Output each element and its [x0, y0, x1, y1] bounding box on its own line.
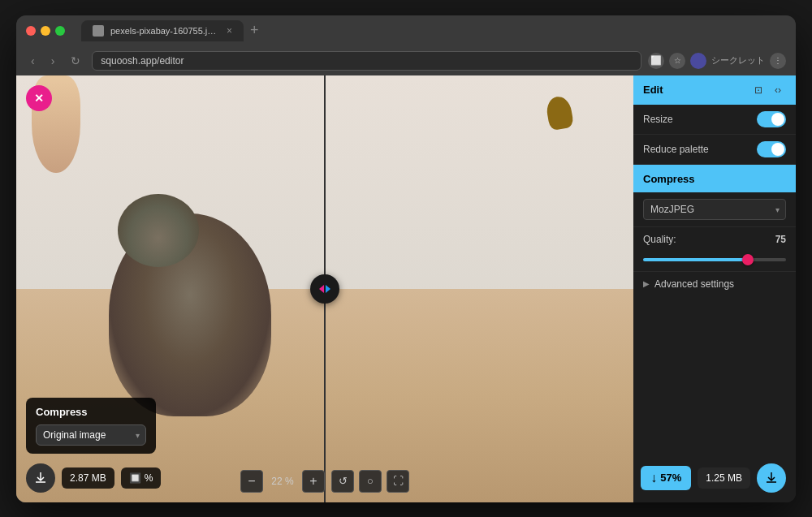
reduction-arrow-icon: ↓ [650, 471, 657, 485]
resize-toggle[interactable] [757, 111, 786, 127]
menu-icon[interactable]: ⋮ [770, 53, 786, 69]
right-panel: Edit ⊡ ‹› Resize Reduce palette [633, 75, 796, 502]
quality-label: Quality: [643, 234, 676, 245]
quality-header: Quality: 75 [643, 234, 786, 245]
browser-window: pexels-pixabay-160755.jpg - × + ‹ › ↻ sq… [16, 15, 796, 502]
reduce-palette-row: Reduce palette [633, 135, 796, 165]
refresh-button[interactable]: ↻ [66, 51, 85, 71]
edit-icon-1[interactable]: ⊡ [750, 82, 767, 98]
minimize-traffic-light[interactable] [41, 26, 50, 36]
titlebar: pexels-pixabay-160755.jpg - × + [16, 15, 796, 46]
zoom-controls: − 22 % + ↺ ○ ⛶ [240, 470, 409, 493]
wall-bg-right [326, 75, 633, 310]
compress-section-header: Compress [633, 165, 796, 192]
cat-head [118, 194, 199, 267]
zoom-out-button[interactable]: − [240, 470, 263, 493]
edit-title: Edit [643, 84, 663, 96]
advanced-settings-row[interactable]: ▶ Advanced settings [633, 272, 796, 296]
bookmark-icon[interactable]: ☆ [669, 53, 685, 69]
percent-text: % [145, 472, 153, 484]
back-button[interactable]: ‹ [26, 51, 40, 71]
zoom-in-button[interactable]: + [302, 470, 325, 493]
percent-icon: 🔲 [129, 472, 141, 484]
advanced-settings-label: Advanced settings [654, 278, 734, 290]
quality-slider[interactable] [643, 258, 786, 261]
file-size-badge: 2.87 MB [62, 467, 114, 489]
zoom-number: 22 [271, 476, 282, 487]
arrow-right-icon [326, 285, 330, 293]
profile-icon[interactable] [690, 53, 706, 69]
edit-section-header: Edit ⊡ ‹› [633, 75, 796, 105]
compress-title: Compress [643, 173, 695, 185]
reduce-palette-toggle[interactable] [757, 141, 786, 157]
traffic-lights [26, 26, 65, 36]
output-size-badge: 1.25 MB [698, 467, 750, 489]
resize-label: Resize [643, 114, 673, 125]
tab-title: pexels-pixabay-160755.jpg - [110, 26, 217, 36]
tab-close-btn[interactable]: × [227, 25, 232, 37]
screenshot-icon[interactable]: ⬜ [648, 53, 664, 69]
zoom-percent: % [285, 476, 294, 487]
main-content: ✕ Compress Original image MozJPEG WebP A… [16, 75, 796, 502]
bottom-left-bar: 2.87 MB 🔲 % [26, 463, 161, 493]
percent-badge: 🔲 % [121, 467, 162, 489]
resize-toggle-knob [771, 113, 784, 126]
active-tab[interactable]: pexels-pixabay-160755.jpg - × [81, 20, 244, 41]
left-panel-title: Compress [36, 406, 146, 418]
file-size-text: 2.87 MB [70, 472, 106, 484]
maximize-traffic-light[interactable] [55, 26, 65, 36]
compress-format-row: MozJPEG WebP AVIF PNG ▾ [633, 192, 796, 227]
reduction-badge: ↓ 57% [641, 466, 691, 490]
edit-header-icons: ⊡ ‹› [750, 82, 786, 98]
compress-format-select[interactable]: MozJPEG WebP AVIF PNG [643, 199, 786, 220]
quality-row: Quality: 75 [633, 227, 796, 272]
advanced-arrow-icon: ▶ [643, 279, 650, 288]
forward-button[interactable]: › [46, 51, 60, 71]
quality-value: 75 [775, 234, 786, 245]
resize-row: Resize [633, 105, 796, 135]
download-right-icon [765, 472, 778, 485]
close-editor-button[interactable]: ✕ [26, 85, 52, 111]
tab-area: pexels-pixabay-160755.jpg - × + [81, 20, 786, 41]
nav-actions: ⬜ ☆ シークレット ⋮ [648, 53, 786, 69]
reduce-palette-label: Reduce palette [643, 144, 709, 155]
image-area[interactable]: ✕ Compress Original image MozJPEG WebP A… [16, 75, 633, 502]
reduce-palette-toggle-knob [771, 143, 784, 156]
compare-handle[interactable] [310, 274, 339, 304]
handle-arrows [319, 285, 330, 293]
download-icon [34, 472, 47, 485]
navbar: ‹ › ↻ squoosh.app/editor ⬜ ☆ シークレット ⋮ [16, 46, 796, 75]
save-left-button[interactable] [26, 463, 55, 493]
close-traffic-light[interactable] [26, 26, 36, 36]
fit-button[interactable]: ○ [359, 470, 382, 493]
edit-icon-2[interactable]: ‹› [770, 82, 786, 98]
tool-icons: ↺ ○ ⛶ [331, 470, 409, 493]
address-bar[interactable]: squoosh.app/editor [92, 51, 641, 71]
bottom-right-controls: ↓ 57% 1.25 MB [641, 463, 786, 493]
secret-label: シークレット [711, 54, 765, 67]
tab-favicon [93, 25, 104, 37]
reduction-percent: 57% [660, 472, 681, 484]
fullscreen-button[interactable]: ⛶ [387, 470, 409, 493]
compress-select-wrapper: MozJPEG WebP AVIF PNG ▾ [643, 199, 786, 220]
left-compress-panel: Compress Original image MozJPEG WebP AVI… [26, 398, 156, 454]
format-select[interactable]: Original image MozJPEG WebP AVIF PNG [36, 424, 146, 446]
address-text: squoosh.app/editor [101, 55, 184, 67]
image-right [326, 75, 633, 502]
format-select-wrapper: Original image MozJPEG WebP AVIF PNG ▾ [36, 424, 146, 446]
zoom-value: 22 % [270, 476, 296, 487]
save-right-button[interactable] [757, 463, 786, 493]
arrow-left-icon [319, 285, 324, 293]
new-tab-button[interactable]: + [244, 22, 266, 39]
rotate-button[interactable]: ↺ [331, 470, 354, 493]
